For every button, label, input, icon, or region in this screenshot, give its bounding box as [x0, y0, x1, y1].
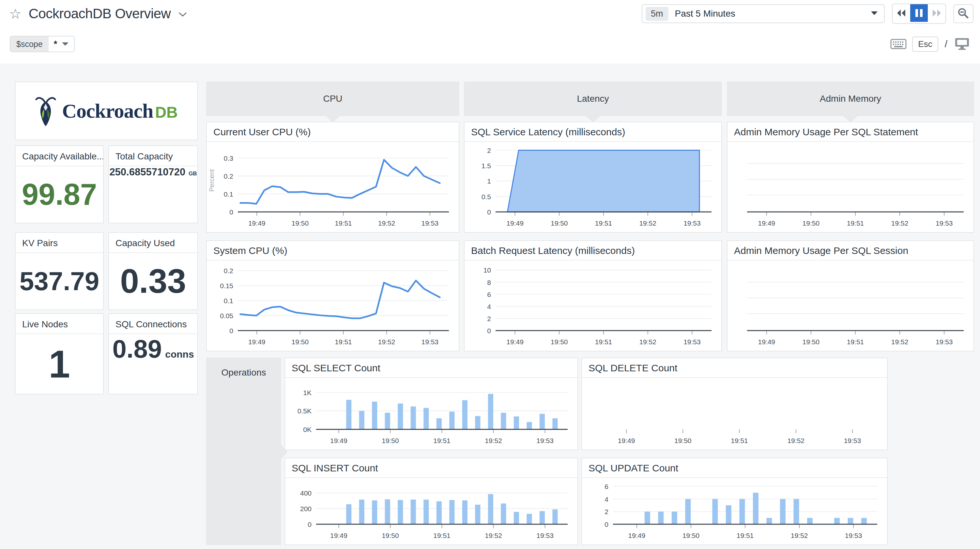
svg-text:4: 4	[605, 495, 608, 503]
svg-text:0: 0	[605, 520, 608, 528]
panel-sql-delete-count: SQL DELETE Count 19:4919:5019:5119:5219:…	[581, 358, 888, 450]
svg-text:19:50: 19:50	[292, 219, 309, 227]
panel-title-sql-insert-count: SQL INSERT Count	[285, 459, 578, 478]
svg-text:19:53: 19:53	[845, 532, 862, 539]
svg-text:19:51: 19:51	[731, 437, 748, 444]
svg-text:0.2: 0.2	[224, 173, 233, 180]
template-variable-bar: $scope * Esc /	[0, 31, 980, 57]
svg-text:19:53: 19:53	[536, 437, 554, 444]
svg-text:19:53: 19:53	[844, 437, 861, 444]
svg-text:19:50: 19:50	[550, 219, 568, 227]
cockroachdb-logo-widget[interactable]: CockroachDB	[15, 81, 198, 140]
svg-text:19:53: 19:53	[421, 338, 439, 346]
capacity-available-widget[interactable]: Capacity Available... 99.87	[15, 145, 104, 223]
svg-text:19:51: 19:51	[595, 219, 612, 227]
svg-text:19:51: 19:51	[335, 219, 352, 227]
rewind-button[interactable]	[892, 4, 910, 22]
favorite-star-icon[interactable]: ☆	[9, 6, 22, 22]
group-header-admin-memory[interactable]: Admin Memory	[727, 81, 974, 116]
svg-text:6: 6	[487, 291, 491, 298]
kv-pairs-widget[interactable]: KV Pairs 537.79	[15, 232, 104, 310]
panel-title-batch-request-latency: Batch Request Latency (milliseconds)	[465, 241, 721, 260]
chart-current-user-cpu[interactable]: 00.10.20.319:4919:5019:5119:5219:53Perce…	[207, 142, 459, 232]
capacity-available-label: Capacity Available...	[16, 146, 103, 166]
total-capacity-value: 250.6855710720	[109, 166, 185, 178]
svg-text:19:51: 19:51	[737, 532, 754, 539]
chart-sql-service-latency[interactable]: 00.511.5219:4919:5019:5119:5219:53	[465, 142, 721, 232]
panel-title-current-user-cpu: Current User CPU (%)	[207, 122, 459, 142]
svg-text:19:52: 19:52	[639, 219, 656, 227]
sql-connections-label: SQL Connections	[109, 314, 197, 334]
svg-text:19:49: 19:49	[330, 437, 347, 444]
svg-text:0.1: 0.1	[224, 190, 233, 198]
panel-batch-request-latency: Batch Request Latency (milliseconds) 024…	[464, 240, 722, 351]
scope-variable-value[interactable]: *	[49, 36, 75, 51]
svg-text:0: 0	[229, 327, 233, 335]
total-capacity-widget[interactable]: Total Capacity 250.6855710720 GB	[108, 145, 198, 223]
capacity-used-label: Capacity Used	[109, 233, 197, 253]
chart-admin-memory-session[interactable]: 19:4919:5019:5119:5219:53	[727, 260, 974, 351]
group-header-operations[interactable]: Operations	[206, 358, 281, 545]
live-nodes-widget[interactable]: Live Nodes 1	[15, 313, 104, 395]
chart-sql-update-count[interactable]: 024619:4919:5019:5119:5219:53	[582, 478, 887, 544]
group-header-latency[interactable]: Latency	[464, 81, 722, 116]
sql-connections-widget[interactable]: SQL Connections 0.89 conns	[108, 313, 198, 395]
svg-text:19:49: 19:49	[506, 338, 523, 346]
svg-text:19:50: 19:50	[550, 338, 568, 346]
time-range-badge: 5m	[646, 7, 668, 21]
dashboard-canvas: CockroachDB Capacity Available... 99.87 …	[0, 63, 980, 549]
svg-text:0.2: 0.2	[224, 267, 233, 274]
svg-text:19:53: 19:53	[536, 532, 554, 539]
panel-sql-select-count: SQL SELECT Count 0K0.5K1K19:4919:5019:51…	[285, 358, 578, 450]
scope-variable-select[interactable]: $scope *	[10, 36, 75, 52]
svg-text:19:50: 19:50	[292, 338, 309, 346]
svg-text:19:53: 19:53	[935, 338, 953, 346]
panel-title-sql-service-latency: SQL Service Latency (milliseconds)	[465, 122, 721, 142]
svg-text:6: 6	[605, 483, 608, 490]
svg-text:0: 0	[487, 327, 491, 335]
header-bar: ☆ CockroachDB Overview 5m Past 5 Minutes	[0, 0, 980, 27]
group-header-operations-label: Operations	[206, 358, 281, 378]
chart-batch-request-latency[interactable]: 024681019:4919:5019:5119:5219:53	[465, 260, 721, 351]
chart-sql-select-count[interactable]: 0K0.5K1K19:4919:5019:5119:5219:53	[285, 378, 578, 449]
svg-text:19:52: 19:52	[485, 437, 502, 444]
svg-text:10: 10	[484, 267, 491, 274]
svg-text:19:49: 19:49	[618, 437, 635, 444]
title-chevron-down-icon[interactable]	[177, 11, 188, 19]
svg-text:0: 0	[229, 208, 233, 216]
total-capacity-unit: GB	[189, 170, 197, 177]
svg-text:19:52: 19:52	[891, 219, 908, 227]
svg-text:19:52: 19:52	[485, 532, 502, 539]
group-header-latency-label: Latency	[464, 81, 722, 116]
scope-variable-name: $scope	[10, 36, 49, 51]
scope-caret-icon	[62, 42, 69, 46]
group-header-cpu-label: CPU	[206, 81, 459, 116]
pause-button[interactable]	[910, 4, 928, 22]
svg-text:0.5: 0.5	[482, 193, 491, 200]
svg-text:19:52: 19:52	[791, 532, 808, 539]
panel-sql-service-latency: SQL Service Latency (milliseconds) 00.51…	[464, 122, 722, 233]
chart-admin-memory-statement[interactable]: 19:4919:5019:5119:5219:53	[727, 142, 974, 232]
panel-title-admin-memory-session: Admin Memory Usage Per SQL Session	[727, 241, 974, 260]
total-capacity-label: Total Capacity	[109, 146, 197, 166]
svg-text:4: 4	[487, 303, 491, 310]
chart-sql-insert-count[interactable]: 020040019:4919:5019:5119:5219:53	[285, 478, 578, 544]
group-header-cpu[interactable]: CPU	[206, 81, 459, 116]
svg-text:19:51: 19:51	[847, 219, 864, 227]
zoom-out-button[interactable]	[953, 4, 974, 23]
svg-text:1: 1	[487, 177, 491, 185]
chart-system-cpu[interactable]: 00.050.10.150.219:4919:5019:5119:5219:53	[207, 260, 459, 351]
svg-text:19:53: 19:53	[421, 219, 439, 227]
svg-text:0.1: 0.1	[224, 297, 233, 305]
logo-db-text: DB	[155, 104, 177, 121]
keyboard-icon[interactable]	[890, 38, 907, 51]
fast-forward-button[interactable]	[928, 4, 945, 22]
svg-text:19:51: 19:51	[847, 338, 864, 346]
chart-sql-delete-count[interactable]: 19:4919:5019:5119:5219:53	[582, 378, 887, 449]
svg-text:19:50: 19:50	[682, 532, 700, 539]
capacity-used-widget[interactable]: Capacity Used 0.33	[108, 232, 198, 310]
fullscreen-monitor-icon[interactable]	[954, 37, 970, 51]
time-range-select[interactable]: 5m Past 5 Minutes	[642, 4, 885, 23]
logo-brand-text: Cockroach	[62, 100, 153, 122]
page-title: CockroachDB Overview	[29, 6, 171, 22]
